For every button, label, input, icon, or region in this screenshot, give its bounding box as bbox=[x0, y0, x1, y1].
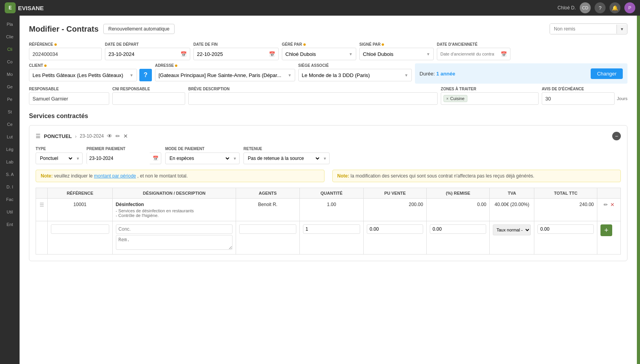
logo-icon: E bbox=[5, 2, 16, 13]
premier-paiement-input[interactable] bbox=[87, 152, 150, 164]
new-row-remise-input[interactable] bbox=[430, 224, 487, 234]
sidebar-item-ce[interactable]: Ce bbox=[0, 119, 20, 130]
services-title: Services contractés bbox=[29, 113, 627, 120]
sidebar-item-la[interactable]: Lab bbox=[0, 156, 20, 167]
table-head: RÉFÉRENCE DÉSIGNATION / DESCRIPTION AGEN… bbox=[36, 188, 621, 199]
sidebar-item-ge[interactable]: Ge bbox=[0, 81, 20, 92]
sidebar-item-co[interactable]: Co bbox=[0, 56, 20, 67]
sidebar-item-le[interactable]: Lég bbox=[0, 144, 20, 155]
premier-paiement-calendar-icon[interactable]: 📅 bbox=[150, 156, 161, 161]
reference-input[interactable] bbox=[29, 48, 102, 60]
signe-par-select[interactable]: Chloé Dubois bbox=[360, 50, 423, 59]
sidebar-item-ut[interactable]: Util bbox=[0, 206, 20, 217]
sidebar-item-di[interactable]: D. I bbox=[0, 181, 20, 192]
cni-input[interactable] bbox=[112, 92, 185, 105]
new-row-quantite-input[interactable] bbox=[303, 224, 361, 234]
calendar-icon[interactable]: 📅 bbox=[177, 51, 190, 57]
note1-link[interactable]: montant par période bbox=[94, 173, 136, 179]
service-expand-btn[interactable]: − bbox=[612, 132, 621, 140]
date-depart-input[interactable] bbox=[105, 49, 177, 59]
adresse-chevron: ▼ bbox=[285, 73, 295, 77]
signe-par-field-group: SIGNÉ PAR Chloé Dubois ▼ bbox=[359, 42, 434, 60]
sidebar-item-clie[interactable]: Clie bbox=[0, 31, 20, 42]
zone-tag-remove[interactable]: × bbox=[446, 97, 449, 101]
services-section: Services contractés ☰ PONCTUEL › 23-10-2… bbox=[29, 113, 627, 261]
notif-btn[interactable]: 🔔 bbox=[609, 2, 620, 13]
row-quantite: 1.00 bbox=[299, 199, 364, 221]
service-type-select[interactable]: Ponctuel bbox=[36, 152, 74, 164]
description-input[interactable] bbox=[188, 92, 438, 105]
gere-par-chevron: ▼ bbox=[346, 52, 356, 56]
new-row-tva-select[interactable]: Taux normal - 2 bbox=[493, 224, 531, 235]
siege-associe-label: SIÈGE ASSOCIÉ bbox=[298, 63, 412, 68]
logo-text: EVISANE bbox=[18, 5, 44, 11]
new-row-pu-vente-input[interactable] bbox=[367, 224, 423, 234]
note2-text: la modification des services qui sont so… bbox=[351, 173, 535, 179]
sidebar-item-fa[interactable]: Fac bbox=[0, 194, 20, 205]
adresse-field-group: ADRESSE [Gateaux Principaux] Rue Sainte-… bbox=[155, 63, 295, 84]
new-row-conc-input[interactable] bbox=[116, 224, 233, 234]
sidebar-item-mo[interactable]: Mo bbox=[0, 69, 20, 80]
gere-par-select[interactable]: Chloé Dubois bbox=[282, 50, 346, 59]
new-row-quantite-cell bbox=[299, 221, 364, 255]
calendar-anciennete-icon[interactable]: 📅 bbox=[498, 51, 510, 57]
retenue-label: RETENUE bbox=[243, 147, 330, 151]
service-view-icon[interactable]: 👁 bbox=[107, 133, 112, 139]
status-input[interactable] bbox=[550, 24, 617, 34]
table-row: ☰ 10001 Désinfection - Services de désin… bbox=[36, 199, 621, 221]
status-dropdown[interactable]: ▼ bbox=[550, 23, 627, 34]
sidebar-item-en[interactable]: Ent bbox=[0, 219, 20, 230]
retenue-select[interactable]: Pas de retenue à la source bbox=[244, 152, 321, 164]
add-row-btn[interactable]: + bbox=[600, 224, 612, 236]
note2-prefix: Note: bbox=[337, 173, 350, 179]
date-fin-input[interactable] bbox=[194, 49, 266, 59]
sidebar-item-sa[interactable]: S. A bbox=[0, 169, 20, 180]
help-btn[interactable]: ? bbox=[595, 2, 606, 13]
client-help-btn[interactable]: ? bbox=[139, 69, 152, 81]
sidebar-item-cli[interactable]: Cli bbox=[0, 44, 20, 55]
sidebar-item-st[interactable]: St bbox=[0, 106, 20, 117]
new-row-ref bbox=[48, 221, 113, 255]
required-dot-gere bbox=[303, 43, 306, 46]
service-delete-icon[interactable]: ✕ bbox=[123, 133, 128, 139]
cni-field-group: CNI RESPONSABLE bbox=[112, 87, 185, 105]
service-edit-icon[interactable]: ✏ bbox=[115, 133, 120, 139]
profile-btn[interactable]: P bbox=[624, 2, 635, 13]
sidebar-item-pla[interactable]: Pla bbox=[0, 19, 20, 30]
page-title-area: Modifier - Contrats Renouvellement autom… bbox=[29, 24, 175, 34]
required-dot-signe bbox=[382, 43, 384, 46]
new-row-agents-input[interactable] bbox=[239, 224, 296, 234]
row-edit-btn[interactable]: ✏ bbox=[604, 202, 608, 208]
notes-row: Note: veuillez indiquer le montant par p… bbox=[36, 170, 621, 182]
client-chevron: ▼ bbox=[126, 73, 137, 77]
status-chevron[interactable]: ▼ bbox=[617, 25, 627, 34]
avis-input[interactable] bbox=[542, 92, 615, 105]
changer-btn[interactable]: Changer bbox=[591, 68, 623, 79]
client-select[interactable]: Les Petits Gâteaux (Les Petits Gâteaux) bbox=[29, 71, 126, 80]
mode-paiement-select[interactable]: En espèces bbox=[166, 152, 231, 164]
row-delete-btn[interactable]: ✕ bbox=[610, 202, 615, 208]
calendar-fin-icon[interactable]: 📅 bbox=[266, 51, 278, 57]
sidebar-item-lu[interactable]: Lut bbox=[0, 131, 20, 142]
service-type-name: PONCTUEL bbox=[44, 133, 72, 139]
date-fin-input-wrapper: 📅 bbox=[193, 48, 279, 60]
zones-tags-container: × Cuisine bbox=[441, 92, 539, 105]
signe-par-label: SIGNÉ PAR bbox=[359, 42, 434, 47]
note-box-1: Note: veuillez indiquer le montant par p… bbox=[36, 170, 325, 182]
top-nav: E EVISANE Chloé D. CD ? 🔔 P bbox=[0, 0, 640, 16]
note-box-2: Note: la modification des services qui s… bbox=[332, 170, 621, 182]
signe-par-select-wrapper: Chloé Dubois ▼ bbox=[359, 48, 434, 60]
adresse-select[interactable]: [Gateaux Principaux] Rue Sainte-Anne, Pa… bbox=[155, 71, 285, 80]
row-quantite-value: 1.00 bbox=[327, 202, 336, 207]
auto-renewal-btn[interactable]: Renouvellement automatique bbox=[103, 24, 175, 34]
th-remise: (%) REMISE bbox=[426, 188, 490, 199]
sidebar-item-pe[interactable]: Pe bbox=[0, 94, 20, 105]
form-row-1: RÉFÉRENCE DATE DE DÉPART 📅 bbox=[29, 42, 627, 60]
description-field-group: BRÈVE DESCRIPTION bbox=[188, 87, 438, 105]
siege-associe-select[interactable]: Le Monde de la 3 DDD (Paris) bbox=[299, 71, 401, 80]
new-row-total-input[interactable] bbox=[537, 224, 594, 234]
new-row-rem-textarea[interactable] bbox=[116, 235, 233, 250]
new-row-ref-input[interactable] bbox=[51, 224, 109, 234]
responsable-input[interactable] bbox=[29, 92, 109, 105]
date-anciennete-input[interactable] bbox=[437, 49, 498, 59]
